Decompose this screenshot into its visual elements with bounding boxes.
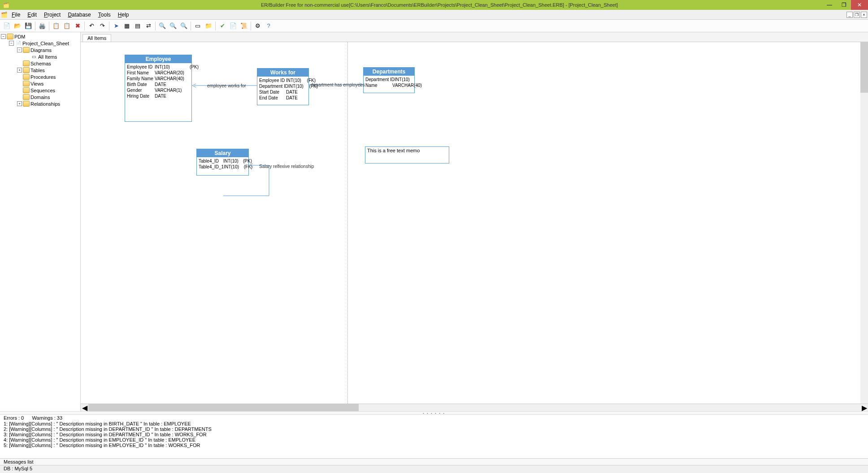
collapse-icon[interactable]: −: [17, 47, 22, 52]
tree-label: Sequences: [30, 88, 55, 93]
folder-icon: [7, 34, 13, 39]
messages-list[interactable]: 1: [Warning][Columns] : " Description mi…: [0, 421, 868, 458]
folder-icon[interactable]: 📁: [204, 21, 213, 31]
save-icon[interactable]: 💾: [23, 21, 33, 31]
project-icon: 📄: [15, 40, 22, 46]
vertical-scrollbar[interactable]: [860, 42, 868, 404]
new-icon[interactable]: 📄: [2, 21, 12, 31]
tree-tables[interactable]: + Tables: [1, 67, 79, 73]
toolbar-separator: [215, 22, 216, 30]
tree-domains[interactable]: Domains: [1, 94, 79, 100]
delete-icon[interactable]: ✖: [73, 21, 82, 31]
tree-label: Schemas: [30, 61, 51, 66]
entity-departments[interactable]: Departments Department IDINT(10)NameVARC…: [363, 67, 415, 93]
tree-project[interactable]: − 📄 Project_Clean_Sheet: [1, 40, 79, 47]
menu-file[interactable]: File: [8, 11, 24, 19]
maximize-button[interactable]: ❐: [837, 0, 851, 10]
tree-sequences[interactable]: Sequences: [1, 87, 79, 94]
menubar: 🗂️ File Edit Project Database Tools Help…: [0, 10, 868, 20]
entity-column-row: Start DateDATE: [259, 89, 307, 95]
entity-salary[interactable]: Salary Table4_IDINT(10)(PK)Table4_ID_1IN…: [196, 149, 249, 176]
toolbar: 📄 📂 💾 🖨️ 📋 📋 ✖ ↶ ↷ ➤ ▦ ▤ ⇄ 🔍 🔍 🔍 ▭ 📁 ✔ 📄…: [0, 20, 868, 32]
tab-all-items[interactable]: All Items: [82, 34, 111, 42]
tree-panel[interactable]: − PDM − 📄 Project_Clean_Sheet − Diagrams…: [0, 32, 81, 411]
zoom-out-icon[interactable]: 🔍: [168, 21, 178, 31]
relation-tool-icon[interactable]: ⇄: [143, 21, 153, 31]
entity-column-row: Family NameVARCHAR(40): [127, 76, 190, 82]
page-break-line: [347, 42, 348, 404]
doc-minimize-button[interactable]: _: [846, 12, 853, 18]
print-icon[interactable]: 🖨️: [37, 21, 47, 31]
open-icon[interactable]: 📂: [13, 21, 22, 31]
message-line[interactable]: 1: [Warning][Columns] : " Description mi…: [4, 421, 864, 426]
grid-tool-icon[interactable]: ▤: [133, 21, 143, 31]
menu-tools[interactable]: Tools: [95, 11, 114, 19]
messages-tab[interactable]: Messages list: [0, 458, 868, 465]
memo-box[interactable]: This is a free text memo: [365, 146, 449, 163]
relation-label-dept-has-employees: department has employees: [311, 82, 365, 87]
folder-icon: [23, 81, 30, 86]
entity-title: Employee: [125, 55, 191, 63]
copy-icon[interactable]: 📋: [51, 21, 61, 31]
entity-column-row: Department IDINT(10)(FK): [259, 83, 307, 89]
toolbar-separator: [49, 22, 49, 30]
generate-icon[interactable]: 📄: [228, 21, 238, 31]
tree-label: Views: [30, 81, 43, 86]
tree-procedures[interactable]: Procedures: [1, 73, 79, 80]
undo-icon[interactable]: ↶: [87, 21, 96, 31]
scrollbar-thumb[interactable]: [88, 404, 359, 411]
horizontal-scrollbar[interactable]: ◀ ▶: [81, 404, 868, 411]
entity-employee[interactable]: Employee Employee IDINT(10)(PK)First Nam…: [125, 55, 192, 122]
status-bar: DB : MySql 5: [0, 465, 868, 473]
folder-icon: [23, 87, 30, 93]
collapse-icon[interactable]: −: [1, 34, 6, 39]
menu-database[interactable]: Database: [64, 11, 94, 19]
settings-icon[interactable]: ⚙: [253, 21, 263, 31]
table-tool-icon[interactable]: ▦: [122, 21, 132, 31]
status-db: DB : MySql 5: [4, 466, 32, 471]
tree-diagrams[interactable]: − Diagrams: [1, 47, 79, 53]
minimize-button[interactable]: —: [822, 0, 837, 10]
window-icon[interactable]: ▭: [193, 21, 203, 31]
validate-icon[interactable]: ✔: [217, 21, 227, 31]
collapse-icon[interactable]: −: [9, 41, 14, 46]
relation-label-salary-reflexive: Salary relfexive relationship: [259, 164, 314, 169]
zoom-in-icon[interactable]: 🔍: [157, 21, 167, 31]
entity-works-for[interactable]: Works for Employee IDINT(10)(FK)Departme…: [257, 68, 309, 105]
message-line[interactable]: 5: [Warning][Columns] : " Description mi…: [4, 443, 864, 448]
diagram-canvas[interactable]: Employee Employee IDINT(10)(PK)First Nam…: [81, 42, 868, 404]
zoom-fit-icon[interactable]: 🔍: [179, 21, 189, 31]
tree-views[interactable]: Views: [1, 80, 79, 87]
entity-column-row: Table4_ID_1INT(10)(FK): [199, 164, 247, 170]
expand-icon[interactable]: +: [17, 68, 22, 73]
message-line[interactable]: 2: [Warning][Columns] : " Description mi…: [4, 426, 864, 432]
scrollbar-thumb[interactable]: [860, 42, 868, 93]
tree-label: Diagrams: [30, 47, 52, 53]
app-menu-icon[interactable]: 🗂️: [0, 12, 8, 18]
pointer-icon[interactable]: ➤: [111, 21, 121, 31]
close-button[interactable]: ✕: [851, 0, 868, 10]
folder-icon: [23, 67, 30, 73]
relation-label-employee-works: employee works for: [207, 83, 246, 88]
doc-restore-button[interactable]: ❐: [854, 12, 860, 18]
paste-icon[interactable]: 📋: [62, 21, 72, 31]
tree-all-items[interactable]: ▭ All Items: [1, 53, 79, 60]
menu-help[interactable]: Help: [114, 11, 133, 19]
menu-edit[interactable]: Edit: [24, 11, 40, 19]
help-icon[interactable]: ?: [264, 21, 273, 31]
menu-project[interactable]: Project: [40, 11, 64, 19]
tree-root-pdm[interactable]: − PDM: [1, 33, 79, 40]
entity-column-row: NameVARCHAR(40): [365, 82, 412, 88]
tree-schemas[interactable]: Schemas: [1, 60, 79, 67]
script-icon[interactable]: 📜: [239, 21, 249, 31]
redo-icon[interactable]: ↷: [97, 21, 107, 31]
doc-close-button[interactable]: ×: [861, 12, 867, 18]
folder-icon: [23, 94, 30, 100]
message-line[interactable]: 3: [Warning][Columns] : " Description mi…: [4, 432, 864, 437]
entity-title: Salary: [197, 149, 248, 157]
tree-relationships[interactable]: + Relationships: [1, 100, 79, 107]
tab-bar: All Items: [81, 32, 868, 42]
message-line[interactable]: 4: [Warning][Columns] : " Description mi…: [4, 437, 864, 443]
expand-icon[interactable]: +: [17, 101, 22, 106]
splitter-grip[interactable]: • • • • • •: [0, 411, 868, 415]
